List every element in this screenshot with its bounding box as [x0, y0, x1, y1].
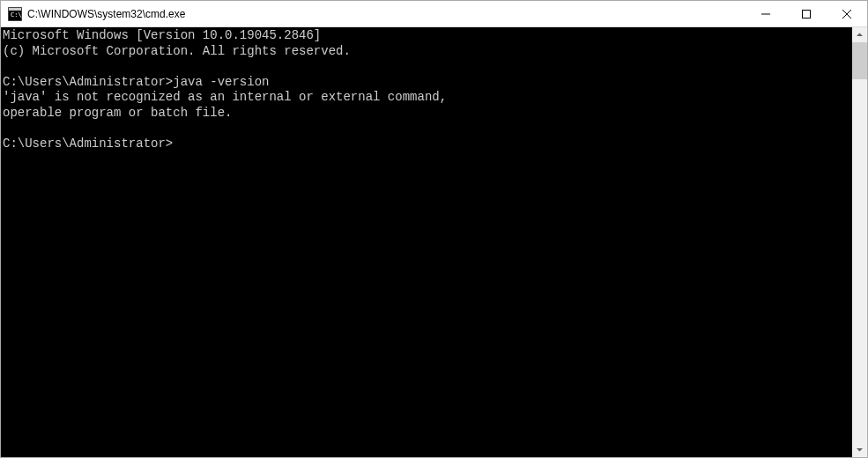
terminal-output[interactable]: Microsoft Windows [Version 10.0.19045.28… [1, 27, 852, 457]
terminal-line: operable program or batch file. [3, 106, 852, 122]
close-button[interactable] [827, 1, 867, 26]
content-area: Microsoft Windows [Version 10.0.19045.28… [1, 27, 867, 457]
window-title: C:\WINDOWS\system32\cmd.exe [27, 8, 746, 20]
scroll-up-button[interactable] [852, 27, 867, 42]
terminal-line: Microsoft Windows [Version 10.0.19045.28… [3, 28, 852, 44]
terminal-line: (c) Microsoft Corporation. All rights re… [3, 44, 852, 60]
svg-text:C:\: C:\ [11, 11, 22, 18]
minimize-icon [761, 10, 770, 18]
scroll-thumb[interactable] [852, 42, 867, 79]
minimize-button[interactable] [746, 1, 786, 26]
terminal-line [3, 121, 852, 137]
titlebar[interactable]: C:\ C:\WINDOWS\system32\cmd.exe [1, 1, 867, 27]
chevron-down-icon [857, 447, 863, 453]
terminal-line: C:\Users\Administrator> [3, 137, 852, 152]
chevron-up-icon [857, 32, 863, 38]
cmd-window: C:\ C:\WINDOWS\system32\cmd.exe [0, 0, 868, 458]
vertical-scrollbar[interactable] [852, 27, 867, 457]
close-icon [842, 10, 851, 18]
terminal-line: 'java' is not recognized as an internal … [3, 90, 852, 106]
terminal-line [3, 59, 852, 75]
terminal-line: C:\Users\Administrator>java -version [3, 75, 852, 91]
svg-rect-4 [803, 10, 811, 18]
maximize-icon [802, 10, 811, 18]
cmd-icon: C:\ [8, 7, 22, 21]
maximize-button[interactable] [786, 1, 827, 26]
scroll-down-button[interactable] [852, 442, 867, 457]
svg-rect-1 [9, 8, 21, 11]
window-controls [746, 1, 867, 26]
